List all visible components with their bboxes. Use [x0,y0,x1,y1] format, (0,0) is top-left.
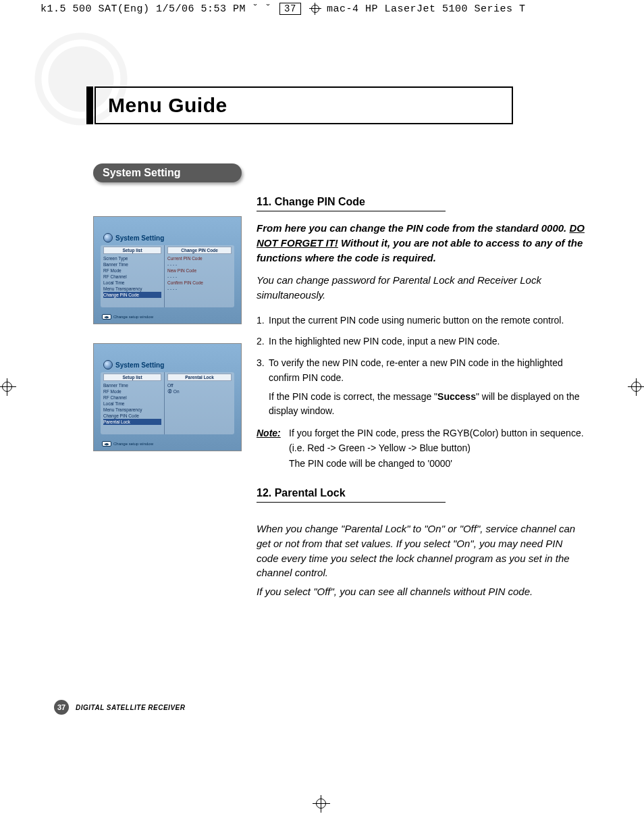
page-title: Menu Guide [108,94,227,117]
page-footer: 37 DIGITAL SATELLITE RECEIVER [54,700,185,715]
section-12: 12. Parental Lock When you change "Paren… [257,487,587,599]
section-12-heading: 12. Parental Lock [257,487,446,503]
print-job-header: k1.5 500 SAT(Eng) 1/5/06 5:53 PM ˘ ˘ 37 … [41,3,525,15]
footer-text: DIGITAL SATELLITE RECEIVER [76,704,185,711]
globe-icon [103,233,113,243]
registration-mark-bottom [313,795,330,813]
step-3: 3. To verify the new PIN code, re-enter … [257,356,587,419]
registration-mark-left [0,378,16,396]
section-11-note-line2: (i.e. Red -> Green -> Yellow -> Blue but… [289,440,587,455]
section-11-note: Note: If you forget the PIN code, press … [257,426,587,440]
globe-icon [103,360,113,370]
registration-mark-right [628,378,644,396]
section-11-intro-italic: You can change password for Parental Loc… [257,273,587,303]
registration-mark-icon [309,3,321,15]
section-12-p2: If you select "Off", you can see all cha… [257,584,587,599]
page-number-circle: 37 [54,700,69,715]
page-body: Menu Guide System Setting System Setting… [27,20,621,763]
step-1: 1.Input the current PIN code using numer… [257,313,587,328]
page-title-bar: Menu Guide [95,86,513,124]
screenshot-change-pin: System Setting Setup list Screen Type Ba… [93,216,242,324]
section-12-p1: When you change "Parental Lock" to "On" … [257,522,587,580]
section-11-intro-bold: From here you can change the PIN code fr… [257,221,587,265]
print-header-pagenum: 37 [279,3,301,15]
print-header-left: k1.5 500 SAT(Eng) 1/5/06 5:53 PM ˘ ˘ [41,3,271,15]
step-2: 2.In the highlighted new PIN code, input… [257,334,587,349]
section-11-note-line3: The PIN code will be changed to '0000' [289,456,587,471]
print-header-right: mac-4 HP LaserJet 5100 Series T [327,3,526,15]
right-column: 11. Change PIN Code From here you can ch… [257,196,587,610]
section-heading: System Setting [93,163,242,182]
screenshot-parental-lock: System Setting Setup list Banner Time RF… [93,343,242,451]
left-column: System Setting Setup list Screen Type Ba… [93,216,242,470]
section-11-steps: 1.Input the current PIN code using numer… [257,313,587,419]
section-11-heading: 11. Change PIN Code [257,196,446,211]
